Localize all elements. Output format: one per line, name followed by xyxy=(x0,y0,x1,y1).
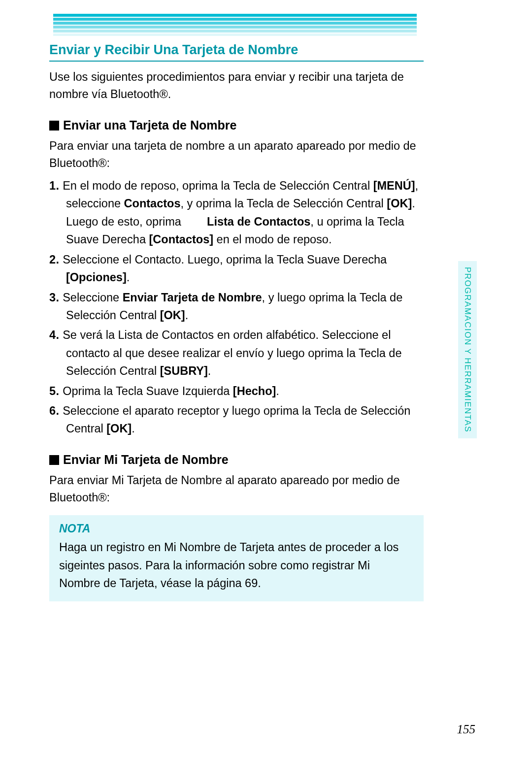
step-item: 3. Seleccione Enviar Tarjeta de Nombre, … xyxy=(49,289,424,325)
sub1-steps: 1. En el modo de reposo, oprima la Tecla… xyxy=(49,177,424,438)
step-item: 1. En el modo de reposo, oprima la Tecla… xyxy=(49,177,424,249)
note-label: NOTA xyxy=(59,522,414,535)
subheading-send-card: Enviar una Tarjeta de Nombre xyxy=(49,118,424,132)
step-item: 2. Seleccione el Contacto. Luego, oprima… xyxy=(49,251,424,287)
page-number: 155 xyxy=(457,723,476,736)
subheading-send-card-text: Enviar una Tarjeta de Nombre xyxy=(63,118,236,132)
section-title: Enviar y Recibir Una Tarjeta de Nombre xyxy=(49,42,424,62)
sub1-intro: Para enviar una tarjeta de nombre a un a… xyxy=(49,137,424,172)
content-area: Enviar y Recibir Una Tarjeta de Nombre U… xyxy=(49,42,424,601)
subheading-send-my-card-text: Enviar Mi Tarjeta de Nombre xyxy=(63,453,229,466)
square-bullet-icon xyxy=(49,121,59,131)
note-text: Haga un registro en Mi Nombre de Tarjeta… xyxy=(59,538,414,592)
step-item: 5. Oprima la Tecla Suave Izquierda [Hech… xyxy=(49,382,424,400)
header-decoration xyxy=(53,14,417,35)
sub2-intro: Para enviar Mi Tarjeta de Nombre al apar… xyxy=(49,472,424,507)
side-tab: PROGRAMACION Y HERRAMIENTAS xyxy=(458,261,477,438)
subheading-send-my-card: Enviar Mi Tarjeta de Nombre xyxy=(49,453,424,467)
note-box: NOTA Haga un registro en Mi Nombre de Ta… xyxy=(49,515,424,601)
step-item: 6. Seleccione el aparato receptor y lueg… xyxy=(49,402,424,438)
section-intro: Use los siguientes procedimientos para e… xyxy=(49,68,424,103)
page: PROGRAMACION Y HERRAMIENTAS Enviar y Rec… xyxy=(0,0,532,757)
side-tab-label: PROGRAMACION Y HERRAMIENTAS xyxy=(463,267,472,432)
step-item: 4. Se verá la Lista de Contactos en orde… xyxy=(49,326,424,380)
square-bullet-icon xyxy=(49,455,59,465)
